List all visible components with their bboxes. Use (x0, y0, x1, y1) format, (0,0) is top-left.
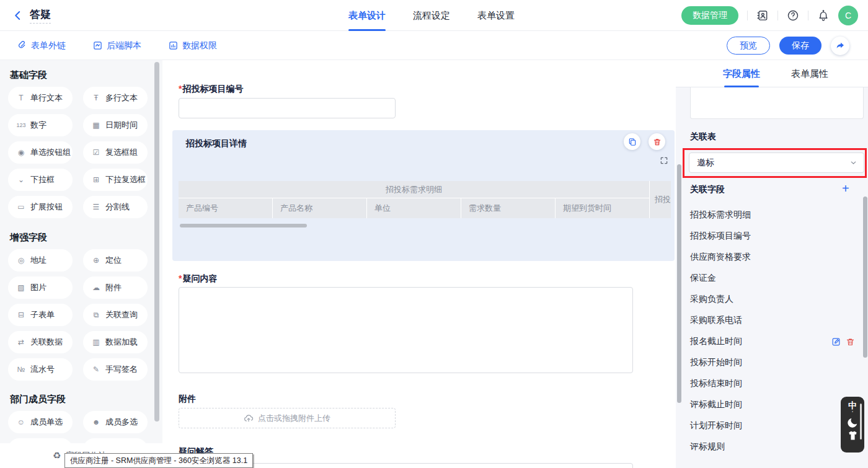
form-external-link-button[interactable]: 表单外链 (17, 31, 66, 60)
related-field-item[interactable]: 评标规则 (690, 436, 855, 457)
project-code-input[interactable] (179, 98, 396, 118)
save-button[interactable]: 保存 (779, 37, 822, 55)
section-title-enhanced-fields: 增强字段 (10, 232, 162, 244)
sidebar-item-datetime[interactable]: ▦日期时间 (83, 114, 148, 136)
divider (808, 11, 808, 20)
related-field-item[interactable]: 采购联系电话 (690, 310, 855, 331)
radio-icon: ◉ (16, 148, 26, 157)
subform-table[interactable]: 招投标需求明细 产品编号 产品名称 单位 需求数量 期望到货时间 招投标 (179, 181, 671, 218)
help-icon[interactable] (787, 9, 799, 22)
backend-script-button[interactable]: 后端脚本 (93, 31, 141, 60)
project-detail-panel[interactable]: 招投标项目详情 招投标需求明细 产品编号 产品名称 单位 (172, 130, 675, 261)
sidebar-item-subform[interactable]: ⊟子表单 (8, 304, 73, 326)
tab-flow-setting[interactable]: 流程设定 (413, 0, 450, 31)
script-icon (93, 41, 102, 50)
related-field-item[interactable]: 招投标项目编号 (690, 226, 855, 247)
related-field-item[interactable]: 保证金 (690, 268, 855, 289)
tab-field-properties[interactable]: 字段属性 (723, 60, 760, 87)
member-single-icon: ☺ (16, 418, 26, 426)
edit-field-icon[interactable] (831, 337, 841, 347)
signature-icon: ✎ (91, 365, 101, 374)
browser-float-widget[interactable]: 中 ʼ (841, 397, 864, 453)
image-icon: ▧ (16, 283, 26, 292)
header-tabs: 表单设计 流程设定 表单设置 (348, 0, 515, 31)
sidebar-item-multi-line-text[interactable]: Ŧ多行文本 (83, 87, 148, 109)
sidebar-item-member-multi[interactable]: ☻成员多选 (83, 411, 148, 433)
delete-field-icon[interactable] (846, 337, 855, 347)
night-mode-moon-icon[interactable] (847, 417, 859, 428)
address-pin-icon: ◎ (16, 256, 26, 265)
canvas-scrollbar[interactable] (677, 164, 681, 403)
sidebar-item-related-query[interactable]: ⧉关联查询 (83, 304, 148, 326)
add-related-field-icon[interactable]: + (842, 183, 849, 193)
multi-line-text-icon: Ŧ (91, 94, 101, 102)
sidebar-item-related-data[interactable]: ⇄关联数据 (8, 331, 73, 353)
sidebar-item-location[interactable]: ⊕定位 (83, 249, 148, 272)
member-multi-icon: ☻ (91, 418, 101, 426)
delete-field-button[interactable] (649, 133, 665, 150)
table-horizontal-scrollbar[interactable] (180, 224, 307, 227)
section-title-member-fields: 部门成员字段 (10, 394, 162, 405)
share-button[interactable] (831, 37, 849, 55)
related-field-item[interactable]: 招投标需求明细 (690, 205, 855, 226)
data-manage-button[interactable]: 数据管理 (681, 6, 738, 25)
sidebar-item-divider-line[interactable]: ☰分割线 (83, 196, 148, 218)
notification-bell-icon[interactable] (817, 9, 830, 22)
related-field-item[interactable]: 投标结束时间 (690, 373, 855, 394)
page-title[interactable]: 答疑 (30, 7, 51, 24)
sidebar-item-member-single[interactable]: ☺成员单选 (8, 411, 73, 433)
preview-button[interactable]: 预览 (727, 37, 770, 55)
sidebar-item-signature[interactable]: ✎手写签名 (83, 358, 148, 381)
panel-title: 招投标项目详情 (186, 138, 247, 149)
question-content-textarea[interactable] (179, 287, 633, 373)
related-field-item[interactable]: 供应商资格要求 (690, 247, 855, 268)
tab-form-design[interactable]: 表单设计 (348, 0, 386, 31)
form-designer-window: 答疑 表单设计 流程设定 表单设置 数据管理 C (0, 0, 868, 468)
sidebar-item-attachment[interactable]: ☁附件 (83, 276, 148, 299)
data-load-icon: ▥ (91, 338, 101, 347)
section-title-basic-fields: 基础字段 (10, 69, 162, 81)
theme-shirt-icon[interactable] (847, 430, 859, 441)
avatar[interactable]: C (838, 6, 858, 25)
back-icon[interactable] (12, 10, 24, 21)
sidebar-item-single-line-text[interactable]: T单行文本 (8, 87, 73, 109)
attachment-upload-area[interactable]: 点击或拖拽附件上传 (179, 408, 396, 428)
sidebar-item-number[interactable]: 123数字 (8, 114, 73, 136)
divider (777, 11, 778, 20)
related-field-item[interactable]: 报名截止时间 (690, 331, 855, 352)
related-table-select[interactable]: 邀标 (689, 152, 864, 173)
browser-taskbar-tooltip: 供应商注册 - SRM供应商管理 - 360安全浏览器 13.1 (64, 453, 253, 468)
copy-field-button[interactable] (624, 133, 640, 150)
tab-form-setting[interactable]: 表单设置 (477, 0, 515, 31)
related-data-icon: ⇄ (16, 338, 26, 347)
sidebar-item-multi-dropdown[interactable]: ⊞下拉复选框 (83, 169, 148, 191)
ime-punctuation-icon[interactable]: ʼ (852, 411, 853, 416)
sidebar-item-dropdown[interactable]: ⌄下拉框 (8, 169, 73, 191)
related-field-item[interactable]: 投标开始时间 (690, 352, 855, 373)
calendar-icon: ▦ (91, 121, 101, 130)
sidebar-item-checkbox-group[interactable]: ☑复选框组 (83, 141, 148, 164)
recycle-icon: ♻ (53, 450, 61, 461)
expand-icon[interactable] (660, 156, 668, 165)
properties-panel: 字段属性 表单属性 关联表 邀标 关联字段 + 招投标需求明细 招投标项目编号 … (676, 60, 868, 468)
widget-scrollbar (860, 404, 862, 439)
related-field-item[interactable]: 计划开标时间 (690, 415, 855, 436)
table-column-header: 产品编号 (179, 198, 273, 218)
ime-language-icon[interactable]: 中 (848, 400, 857, 410)
sub-toolbar: 表单外链 后端脚本 数据权限 预览 保存 (0, 31, 868, 60)
property-input-partial[interactable] (690, 87, 864, 119)
sidebar-item-data-load[interactable]: ▥数据加载 (83, 331, 148, 353)
related-table-label: 关联表 (690, 131, 716, 143)
sidebar-item-address[interactable]: ◎地址 (8, 249, 73, 272)
sidebar-scrollbar[interactable] (154, 62, 159, 422)
tab-form-properties[interactable]: 表单属性 (791, 60, 828, 87)
contacts-icon[interactable] (756, 9, 769, 22)
related-field-item[interactable]: 评标截止时间 (690, 394, 855, 415)
sidebar-item-extend-button[interactable]: ▭扩展按钮 (8, 196, 73, 218)
properties-scrollbar[interactable] (863, 196, 867, 358)
data-permission-button[interactable]: 数据权限 (169, 31, 217, 60)
sidebar-item-radio-group[interactable]: ◉单选按钮组 (8, 141, 73, 164)
sidebar-item-image[interactable]: ▧图片 (8, 276, 73, 299)
sidebar-item-serial-number[interactable]: №流水号 (8, 358, 73, 381)
related-field-item[interactable]: 采购负责人 (690, 289, 855, 310)
